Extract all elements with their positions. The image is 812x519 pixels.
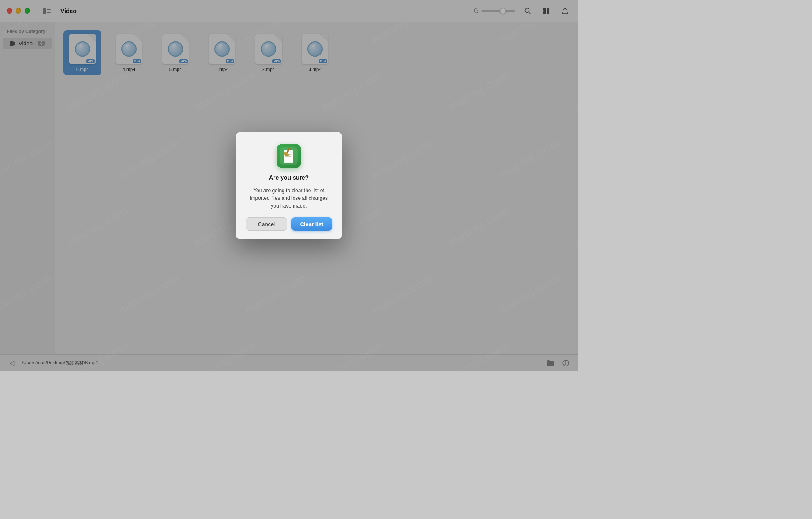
svg-point-21	[283, 151, 290, 157]
clear-list-button[interactable]: Clear list	[291, 217, 332, 231]
svg-rect-20	[286, 148, 291, 154]
cancel-button[interactable]: Cancel	[246, 217, 287, 231]
app-window: macmj.commacmj.commacmj.commacmj.commacm…	[0, 0, 578, 371]
dialog: Are you sure? You are going to clear the…	[236, 132, 342, 239]
dialog-icon	[277, 144, 301, 168]
dialog-message: You are going to clear the list of impor…	[246, 187, 332, 210]
svg-rect-16	[284, 150, 293, 162]
dialog-buttons: Cancel Clear list	[246, 217, 332, 231]
dialog-title: Are you sure?	[269, 174, 309, 181]
modal-overlay: Are you sure? You are going to clear the…	[0, 0, 578, 371]
